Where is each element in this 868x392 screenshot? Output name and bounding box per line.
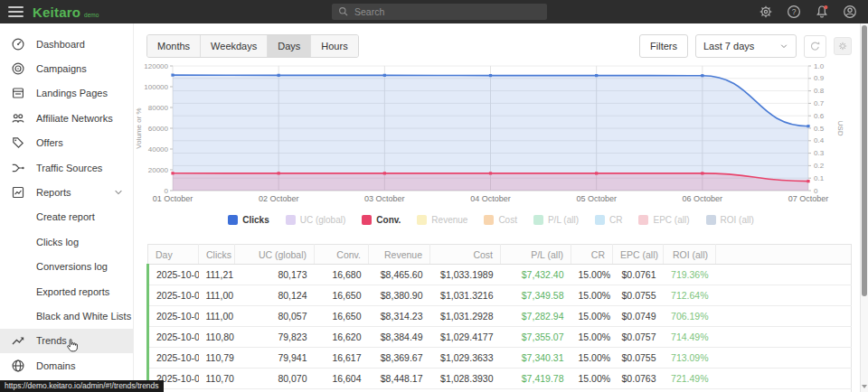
landings-icon [11,86,25,100]
table-cell: 15.00% [571,389,613,392]
table-cell: 64,40 [199,389,235,392]
legend-item-cost[interactable]: Cost [484,215,517,225]
table-cell: $8,314.23 [369,306,430,327]
table-cell: 15.00% [571,327,613,348]
table-header-row: DayClicksUC (global)Conv.RevenueCostP/L … [148,245,852,265]
sidebar-item-black-and-white-lists[interactable]: Black and White Lists [0,303,133,328]
svg-text:0.6: 0.6 [814,112,825,120]
sidebar-item-landings-pages[interactable]: Landings Pages [0,81,133,106]
settings-gear-icon[interactable] [759,5,773,19]
table-cell: $7,355.07 [501,327,571,348]
sidebar-item-offers[interactable]: Offers [0,131,133,155]
tab-weekdays[interactable]: Weekdays [201,35,268,57]
sidebar-item-exported-reports[interactable]: Exported reports [0,279,133,303]
column-header-conv[interactable]: Conv. [315,245,369,265]
hamburger-menu-icon[interactable] [8,6,24,17]
sidebar-item-traffic-sources[interactable]: Traffic Sources [0,155,133,180]
sidebar-item-create-report[interactable]: Create report [0,205,133,229]
sidebar-item-clicks-log[interactable]: Clicks log [0,229,133,254]
table-cell: $7,419.78 [501,369,571,389]
logo-demo-badge: demo [84,12,99,18]
table-cell: $600.0000 [430,389,501,392]
vertical-scrollbar[interactable] [860,23,868,392]
sidebar-item-label: Exported reports [36,286,109,297]
legend-item-roi-all[interactable]: ROI (all) [706,215,754,225]
help-icon[interactable]: ? [787,5,801,19]
legend-item-cr[interactable]: CR [595,215,622,225]
table-row: 2025-10-0764,4046,4309,650$4,890.00$600.… [148,389,852,392]
table-cell: 80,070 [235,369,315,389]
table-cell: $0.0755 [613,285,664,306]
table-cell: 15.00% [571,306,613,327]
sidebar-item-label: Reports [36,187,71,198]
legend-item-conv[interactable]: Conv. [362,215,401,225]
tab-days[interactable]: Days [268,35,311,57]
table-cell: $8,465.60 [369,265,430,285]
column-header-p-l-all[interactable]: P/L (all) [501,245,571,265]
sidebar-item-reports[interactable]: Reports [0,180,133,204]
offers-icon [11,135,25,150]
sidebar-item-label: Dashboard [36,39,85,50]
chart-legend: ClicksUC (global)Conv.RevenueCostP/L (al… [134,215,848,225]
refresh-button[interactable] [804,35,826,58]
table-cell: 111,00 [199,285,235,306]
sidebar-item-label: Traffic Sources [36,163,102,173]
sidebar: DashboardCampaignsLandings PagesAffiliat… [0,23,134,392]
sidebar-item-dashboard[interactable]: Dashboard [0,32,133,56]
chart-settings-gear-icon[interactable] [834,37,852,55]
scrollbar-down-arrow-icon[interactable] [862,385,867,388]
table-cell: $4,890.00 [369,389,430,392]
table-cell: $7,349.58 [501,285,571,306]
app-logo[interactable]: Keitaro demo [33,5,99,20]
legend-item-revenue[interactable]: Revenue [417,215,467,225]
sidebar-item-campaigns[interactable]: Campaigns [0,56,133,80]
sidebar-item-domains[interactable]: Domains [0,353,133,378]
legend-label: Conv. [376,215,401,225]
column-header-uc-global[interactable]: UC (global) [235,245,315,265]
column-header-clicks[interactable]: Clicks [199,245,235,265]
table-row: 2025-10-04110,8079,82316,620$8,384.49$1,… [148,327,852,348]
table-cell: 2025-10-03 [148,306,199,327]
sidebar-item-label: Conversions log [36,261,108,272]
legend-swatch [533,215,543,225]
reports-icon [11,185,25,200]
table-cell: 714.49% [664,327,716,348]
column-header-epc-all[interactable]: EPC (all) [613,245,664,265]
legend-swatch [417,215,427,225]
sidebar-item-trends[interactable]: Trends [0,329,133,353]
sidebar-item-conversions-log[interactable]: Conversions log [0,255,133,279]
date-range-select[interactable]: Last 7 days [695,34,797,58]
column-header-roi-all[interactable]: ROI (all) [664,245,716,265]
column-header-cost[interactable]: Cost [430,245,501,265]
account-icon[interactable] [843,5,857,19]
filters-button[interactable]: Filters [639,34,688,58]
table-body: 2025-10-01111,2180,17316,680$8,465.60$1,… [148,265,852,392]
table-cell: $4,290.00 [501,389,571,392]
svg-text:80000: 80000 [148,104,169,112]
legend-item-clicks[interactable]: Clicks [228,215,269,225]
legend-label: EPC (all) [653,215,689,225]
column-header-cr[interactable]: CR [571,245,613,265]
table-cell: 9,650 [315,389,369,392]
column-header-revenue[interactable]: Revenue [369,245,430,265]
table-cell: $7,340.31 [501,348,571,369]
legend-item-p-l-all[interactable]: P/L (all) [533,215,579,225]
column-header-day[interactable]: Day [148,245,199,265]
table-cell: $0.0760 [613,389,664,392]
table-cell: 111,00 [199,306,235,327]
table-cell: 15.00% [571,369,613,389]
global-search[interactable] [332,4,547,20]
sidebar-item-affiliate-networks[interactable]: Affiliate Networks [0,106,133,130]
hand-cursor-icon [65,338,79,352]
search-input[interactable] [354,6,541,17]
table-cell: 80,057 [235,306,315,327]
notifications-bell-icon[interactable] [815,5,829,19]
svg-text:0.3: 0.3 [814,149,825,157]
scrollbar-thumb[interactable] [862,25,867,296]
tab-hours[interactable]: Hours [311,35,357,57]
tab-months[interactable]: Months [147,35,201,57]
table-cell: 80,124 [235,285,315,306]
legend-item-epc-all[interactable]: EPC (all) [638,215,689,225]
table-cell: 16,620 [315,327,369,348]
legend-item-uc-global[interactable]: UC (global) [286,215,346,225]
